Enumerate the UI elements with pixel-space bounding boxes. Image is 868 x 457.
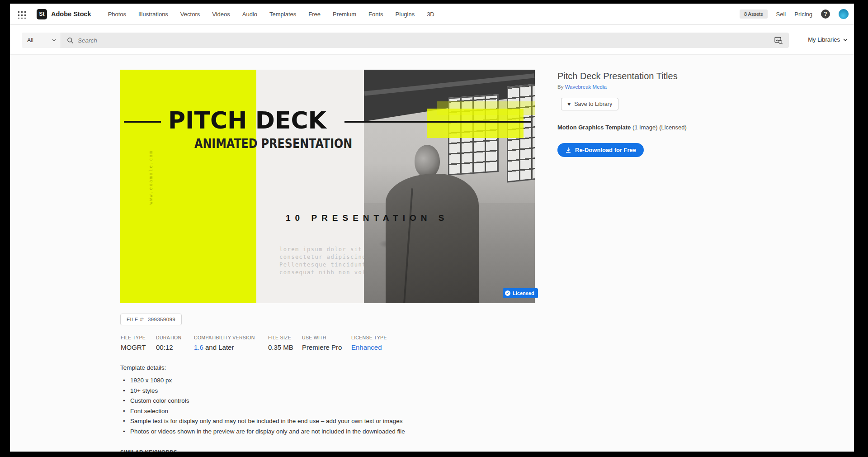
search-filter-dropdown[interactable]: All [22,33,61,48]
my-libraries-dropdown[interactable]: My Libraries [808,36,848,43]
version-link[interactable]: 1.6 [194,343,203,351]
nav-item-free[interactable]: Free [308,11,321,18]
meta-label: FILE TYPE [121,335,156,340]
pricing-link[interactable]: Pricing [794,11,812,18]
asset-preview[interactable]: www.example.com PITCH DECK ANIMATED PRES… [120,70,535,303]
user-avatar[interactable] [839,9,849,19]
meta-label: FILE SIZE [268,335,302,340]
meta-label: LICENSE TYPE [351,335,387,340]
asset-format-suffix: (1 Image) (Licensed) [631,124,687,131]
asset-format-type: Motion Graphics Template [557,124,631,131]
chevron-down-icon [843,38,848,41]
meta-value: 00:12 [156,343,194,351]
meta-value: MOGRT [121,343,156,351]
placeholder-line: consectetur adipiscing [279,253,364,261]
asset-format-line: Motion Graphics Template (1 Image) (Lice… [557,124,687,131]
licensed-badge-label: Licensed [513,290,534,296]
assets-count-badge[interactable]: 8 Assets [740,10,768,19]
preview-headline: PITCH DECK [168,107,326,134]
meta-label: DURATION [156,335,194,340]
detail-item: Sample text is for display only and may … [120,416,405,427]
asset-byline: By Wavebreak Media [557,84,607,90]
redownload-button[interactable]: Re-Download for Free [557,143,644,157]
by-label: By [557,84,565,90]
search-icon [67,37,74,44]
top-right-cluster: 8 Assets Sell Pricing ? [740,9,849,19]
file-number-badge: FILE #: 399359099 [120,314,182,325]
placeholder-line: consequat nibh non vol [279,269,364,276]
help-icon[interactable]: ? [821,10,830,19]
meta-compatibility: COMPATIBILITY VERSION 1.6 and Later [194,335,268,351]
meta-label: COMPATIBILITY VERSION [194,335,268,340]
search-input[interactable] [78,37,770,44]
my-libraries-label: My Libraries [808,36,840,43]
detail-item: Photos or videos shown in the preview ar… [120,427,405,437]
search-field [61,33,789,48]
adobe-stock-logo-icon[interactable]: St [37,9,47,19]
meta-file-size: FILE SIZE 0.35 MB [268,335,302,351]
template-details-heading: Template details: [120,364,166,371]
meta-license-type: LICENSE TYPE Enhanced [351,335,387,351]
save-to-library-button[interactable]: ♥ Save to Library [561,98,618,110]
preview-vertical-url: www.example.com [148,155,153,205]
placeholder-line: lorem ipsum dolor sit a [279,246,364,253]
brand-name[interactable]: Adobe Stock [51,10,91,18]
meta-value: 0.35 MB [268,343,302,351]
nav-item-photos[interactable]: Photos [108,11,126,18]
licensed-badge: ✓ Licensed [503,288,538,298]
primary-nav: Photos Illustrations Vectors Videos Audi… [108,11,434,18]
preview-yellow-panel [120,70,256,303]
chevron-down-icon [52,39,56,42]
photo-person-head [415,145,440,177]
screen: St Adobe Stock Photos Illustrations Vect… [0,0,868,457]
preview-title-rule-left [124,121,161,123]
file-number-value: 399359099 [148,317,175,322]
nav-item-audio[interactable]: Audio [242,11,257,18]
nav-item-videos[interactable]: Videos [212,11,230,18]
app-grid-icon[interactable] [17,10,26,19]
top-navigation-bar: St Adobe Stock Photos Illustrations Vect… [10,4,854,25]
nav-item-templates[interactable]: Templates [269,11,296,18]
search-row: All My Libraries [10,25,854,55]
preview-title-rule-right [344,121,531,123]
meta-use-with: USE WITH Premiere Pro [302,335,351,351]
nav-item-3d[interactable]: 3D [427,11,434,18]
preview-placeholder-text: lorem ipsum dolor sit a consectetur adip… [279,246,364,276]
nav-item-premium[interactable]: Premium [333,11,356,18]
detail-item: Font selection [120,406,405,417]
meta-file-type: FILE TYPE MOGRT [121,335,156,351]
preview-subheadline: ANIMATED PRESENTATION [194,136,352,151]
photo-person-jacket [386,174,479,303]
similar-keywords-heading: SIMILAR KEYWORDS [120,449,177,452]
meta-duration: DURATION 00:12 [156,335,194,351]
asset-metadata: FILE TYPE MOGRT DURATION 00:12 COMPATIBI… [121,335,387,351]
template-details-list: 1920 x 1080 px 10+ styles Custom color c… [120,376,405,437]
preview-highlight-band [427,109,524,138]
search-filter-value: All [27,37,33,43]
file-number-label: FILE #: [127,317,145,322]
sell-link[interactable]: Sell [776,11,786,18]
asset-title: Pitch Deck Presentation Titles [557,71,678,81]
meta-value: Enhanced [351,343,387,351]
meta-value: Premiere Pro [302,343,351,351]
license-type-link[interactable]: Enhanced [351,343,382,351]
preview-styles-text: 10 PRESENTATION S [286,213,448,223]
nav-item-illustrations[interactable]: Illustrations [138,11,168,18]
detail-item: Custom color controls [120,396,405,406]
nav-item-fonts[interactable]: Fonts [368,11,383,18]
author-link[interactable]: Wavebreak Media [565,84,607,90]
heart-icon: ♥ [567,101,571,107]
nav-item-plugins[interactable]: Plugins [396,11,415,18]
detail-item: 10+ styles [120,386,405,396]
save-to-library-label: Save to Library [574,101,612,107]
image-search-icon[interactable] [774,37,783,44]
detail-item: 1920 x 1080 px [120,376,405,386]
redownload-label: Re-Download for Free [575,147,636,153]
search-bar: All [22,33,789,48]
check-circle-icon: ✓ [505,290,510,296]
download-icon [565,147,571,153]
meta-value-suffix: and Later [203,343,234,351]
nav-item-vectors[interactable]: Vectors [180,11,200,18]
browser-viewport: St Adobe Stock Photos Illustrations Vect… [10,4,854,452]
meta-label: USE WITH [302,335,351,340]
